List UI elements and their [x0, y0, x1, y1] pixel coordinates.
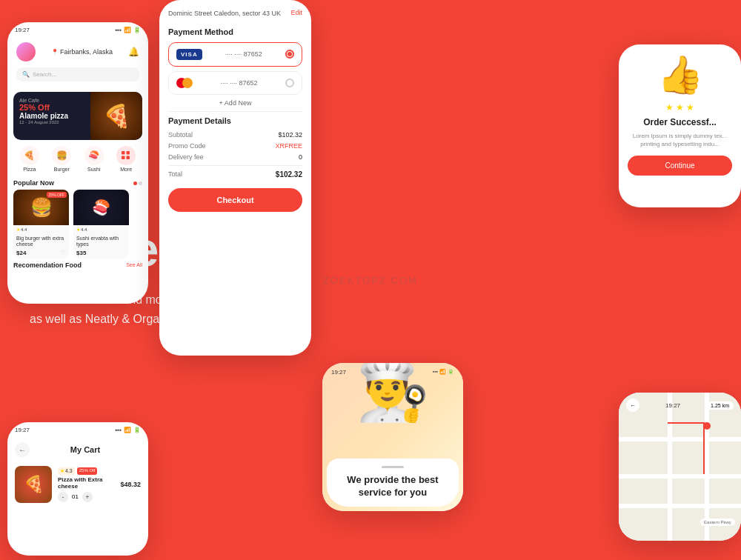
star-icon: ★ — [16, 227, 20, 232]
add-new-button[interactable]: + Add New — [168, 99, 302, 107]
success-title: Order Successf... — [628, 117, 732, 127]
cat-more-label: More — [120, 167, 132, 172]
cat-sushi[interactable]: 🍣 Sushi — [84, 146, 104, 172]
star2: ★ — [676, 102, 684, 113]
mc-radio[interactable] — [285, 79, 294, 87]
cat-burger[interactable]: 🍔 Burger — [52, 146, 71, 172]
phone-payment: Dominic Street Caledon, sector 43 UK Edi… — [159, 0, 311, 356]
cart-time: 19:27 — [15, 427, 30, 433]
mastercard-option[interactable]: ···· ···· 87652 — [168, 71, 302, 95]
rating-sm-value: 4.3 — [65, 468, 73, 473]
cart-title: My Cart — [30, 445, 141, 454]
payment-details-title: Payment Details — [168, 116, 302, 125]
food-name-burger: Big burger with extra cheese — [16, 236, 66, 248]
phone-map: Eastern Pkwy ← 19:27 1.25 km — [619, 393, 741, 541]
cat-more[interactable]: More — [116, 146, 136, 172]
chef-text-box: We provide the best service for you — [327, 459, 459, 507]
total-value: $102.32 — [276, 170, 302, 179]
off-badge: 25% Off — [77, 467, 98, 475]
subtotal-row: Subtotal $102.32 — [168, 131, 302, 139]
status-icons: ▪▪▪📶🔋 — [115, 27, 141, 33]
heart-icon[interactable]: ♡ — [61, 250, 66, 256]
avatar — [16, 42, 36, 61]
map-background: Eastern Pkwy — [619, 393, 741, 541]
more-icon — [116, 146, 136, 165]
subtotal-value: $102.32 — [278, 131, 302, 139]
success-desc: Lorem Ipsum is simply dummy tex... print… — [628, 132, 732, 148]
svg-rect-2 — [122, 156, 125, 160]
dot-inactive — [139, 181, 142, 185]
visa-radio[interactable] — [285, 50, 294, 59]
mastercard-brand — [176, 78, 193, 88]
cat-pizza[interactable]: 🍕 Pizza — [20, 146, 39, 172]
street-label: Eastern Pkwy — [700, 519, 735, 526]
cart-item-price: $48.32 — [120, 481, 141, 488]
delivery-value: 0 — [299, 153, 302, 161]
dot-active — [133, 181, 137, 185]
map-header: ← 19:27 1.25 km — [626, 399, 734, 412]
map-distance: 1.25 km — [706, 401, 734, 410]
back-button[interactable]: ← — [15, 442, 30, 457]
phone-success: 👍 ★ ★ ★ Order Successf... Lorem Ipsum is… — [619, 44, 741, 207]
food-info-burger: Big burger with extra cheese $24 ♡ — [13, 233, 69, 259]
sushi-price: $35 — [76, 250, 86, 256]
banner-bg: 🍕 — [90, 92, 142, 140]
section-dots — [133, 181, 142, 185]
time-label: 19:27 — [15, 27, 30, 33]
qty-value: 01 — [72, 493, 79, 500]
rating-value-sushi: 4.4 — [81, 227, 87, 232]
burger-price: $24 — [16, 250, 26, 256]
star3: ★ — [686, 102, 694, 113]
svg-rect-0 — [122, 151, 125, 155]
svg-rect-1 — [127, 151, 130, 155]
search-placeholder: Search... — [33, 71, 56, 78]
qty-plus[interactable]: + — [82, 492, 93, 502]
edit-button[interactable]: Edit — [290, 9, 302, 19]
watermark: ZOEKTOPZ.COM — [323, 275, 418, 286]
map-back-button[interactable]: ← — [626, 399, 639, 412]
star1: ★ — [665, 102, 674, 113]
qty-minus[interactable]: - — [58, 492, 68, 502]
rec-title: Recomendation Food — [13, 261, 82, 269]
phone-home: 19:27 ▪▪▪📶🔋 📍 Fairbanks, Alaska 🔔 🔍 Sear… — [7, 22, 148, 304]
payment-method-title: Payment Method — [168, 27, 302, 36]
food-card-sushi[interactable]: 🍣 ★ 4.4 Sushi ervabta with types $35 — [73, 190, 129, 259]
visa-card-option[interactable]: VISA ···· ···· 87652 — [168, 42, 302, 67]
cart-status-icons: ▪▪▪📶🔋 — [115, 427, 141, 433]
continue-button[interactable]: Continue — [628, 156, 732, 176]
cart-item-image: 🍕 — [15, 466, 52, 503]
promo-row: Promo Code XRFREE — [168, 142, 302, 150]
cat-burger-label: Burger — [54, 167, 70, 172]
bell-icon: 🔔 — [128, 47, 139, 57]
road-h3 — [619, 504, 741, 508]
visa-card-number: ···· ···· 87652 — [225, 50, 262, 58]
delivery-row: Delivery fee 0 — [168, 153, 302, 161]
discount-badge: 25% OFF — [47, 192, 67, 198]
total-row: Total $102.32 — [168, 170, 302, 179]
chef-status-icons: ▪▪▪ 📶 🔋 — [433, 369, 454, 375]
see-all-link[interactable]: See All — [126, 262, 142, 267]
promo-value: XRFREE — [275, 142, 302, 150]
thumbs-up-icon: 👍 — [628, 53, 732, 96]
search-icon: 🔍 — [22, 71, 30, 78]
checkout-button[interactable]: Checkout — [168, 188, 302, 212]
food-price-row: $24 ♡ — [16, 250, 66, 256]
phone-cart: 19:27 ▪▪▪📶🔋 ← My Cart 🍕 ★ 4.3 25% Off Pi… — [7, 422, 148, 556]
star-sm: ★ — [60, 468, 64, 474]
address-text: Dominic Street Caledon, sector 43 UK — [168, 9, 281, 19]
food-cards: 🍔 25% OFF ★ 4.4 Big burger with extra ch… — [7, 190, 148, 259]
mc-card-number: ···· ···· 87652 — [220, 79, 257, 87]
food-card-burger[interactable]: 🍔 25% OFF ★ 4.4 Big burger with extra ch… — [13, 190, 69, 259]
cart-item-name: Pizza with Extra cheese — [58, 476, 114, 490]
chef-emoji: 👨‍🍳 — [356, 363, 430, 425]
search-bar[interactable]: 🔍 Search... — [16, 67, 139, 81]
food-info-sushi: Sushi ervabta with types $35 — [73, 233, 129, 259]
visa-brand: VISA — [176, 49, 202, 60]
road-h2 — [619, 474, 741, 479]
cart-item: 🍕 ★ 4.3 25% Off Pizza with Extra cheese … — [7, 461, 148, 507]
route-line — [668, 422, 705, 474]
rating-value: 4.4 — [21, 227, 27, 232]
location-name: Fairbanks, Alaska — [60, 48, 113, 56]
popular-title: Popular Now — [13, 179, 54, 187]
destination-pin — [703, 422, 711, 430]
